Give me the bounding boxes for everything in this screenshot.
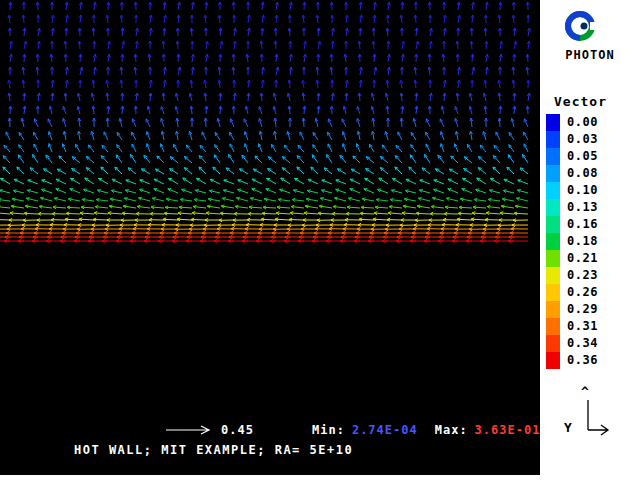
legend-entry: 0.10 xyxy=(546,182,598,199)
scale-value: 0.45 xyxy=(221,423,254,437)
legend-swatch xyxy=(546,250,560,267)
vector-row xyxy=(8,28,530,36)
max-value: 3.63E-01 xyxy=(475,423,541,437)
y-axis-icon xyxy=(580,398,616,440)
vector-row xyxy=(0,223,528,226)
vector-row xyxy=(1,178,529,184)
legend-entry: 0.00 xyxy=(546,114,598,131)
photon-logo-icon xyxy=(562,8,598,46)
vector-row xyxy=(8,118,528,127)
legend-value: 0.08 xyxy=(567,165,598,182)
vector-row xyxy=(4,144,528,152)
vector-row xyxy=(9,2,530,10)
legend-value: 0.23 xyxy=(567,267,598,284)
legend-entry: 0.31 xyxy=(546,318,598,335)
legend-entry: 0.05 xyxy=(546,148,598,165)
legend-swatch xyxy=(546,216,560,233)
legend-value: 0.03 xyxy=(567,131,598,148)
legend-entry: 0.29 xyxy=(546,301,598,318)
vector-row xyxy=(3,167,528,174)
legend-value: 0.10 xyxy=(567,182,598,199)
legend-value: 0.18 xyxy=(567,233,598,250)
legend-value: 0.36 xyxy=(567,352,598,369)
plot-caption: HOT WALL; MIT EXAMPLE; RA= 5E+10 xyxy=(74,443,353,457)
legend-value: 0.00 xyxy=(567,114,598,131)
legend-swatch xyxy=(546,335,560,352)
vector-row xyxy=(0,212,528,216)
legend-colorbar: 0.000.030.050.080.100.130.160.180.210.23… xyxy=(546,114,598,369)
legend-value: 0.31 xyxy=(567,318,598,335)
vector-row xyxy=(0,205,528,209)
vector-row xyxy=(0,232,528,235)
min-label: Min: xyxy=(312,423,345,437)
legend-value: 0.29 xyxy=(567,301,598,318)
legend-swatch xyxy=(546,182,560,199)
vector-row xyxy=(8,15,530,23)
legend-entry: 0.36 xyxy=(546,352,598,369)
legend-entry: 0.21 xyxy=(546,250,598,267)
legend-swatch xyxy=(546,233,560,250)
legend-entry: 0.16 xyxy=(546,216,598,233)
legend-title: Vector xyxy=(554,94,607,109)
min-value: 2.74E-04 xyxy=(352,423,418,437)
legend-swatch xyxy=(546,352,560,369)
vector-row xyxy=(6,131,528,140)
legend-value: 0.34 xyxy=(567,335,598,352)
legend-value: 0.21 xyxy=(567,250,598,267)
axis-up-caret-icon: ^ xyxy=(581,384,589,399)
vector-row xyxy=(0,240,528,243)
legend-value: 0.16 xyxy=(567,216,598,233)
scale-arrow-icon xyxy=(166,425,216,435)
legend-swatch xyxy=(546,301,560,318)
vector-row xyxy=(0,218,528,222)
vector-field-plot xyxy=(0,0,540,474)
logo-label: PHOTON xyxy=(540,48,640,62)
legend-swatch xyxy=(546,284,560,301)
legend-entry: 0.13 xyxy=(546,199,598,216)
legend-swatch xyxy=(546,131,560,148)
legend-entry: 0.23 xyxy=(546,267,598,284)
legend-swatch xyxy=(546,318,560,335)
vector-row xyxy=(0,197,528,201)
vector-row xyxy=(0,189,528,193)
legend-value: 0.13 xyxy=(567,199,598,216)
vector-row xyxy=(8,93,530,101)
legend-value: 0.05 xyxy=(567,148,598,165)
legend-value: 0.26 xyxy=(567,284,598,301)
minmax-readout: Min: 2.74E-04 Max: 3.63E-01 xyxy=(312,423,540,437)
vector-row xyxy=(9,41,530,49)
vector-row xyxy=(9,54,529,62)
vector-row xyxy=(3,155,528,163)
legend-entry: 0.08 xyxy=(546,165,598,182)
vector-row xyxy=(9,67,530,75)
vector-row xyxy=(0,227,528,231)
legend-swatch xyxy=(546,165,560,182)
scale-reference: 0.45 xyxy=(166,423,254,437)
legend-swatch xyxy=(546,267,560,284)
legend-swatch xyxy=(546,114,560,131)
legend-entry: 0.34 xyxy=(546,335,598,352)
vector-row xyxy=(8,80,530,88)
legend-swatch xyxy=(546,199,560,216)
legend-entry: 0.03 xyxy=(546,131,598,148)
photon-window: 0.45 Min: 2.74E-04 Max: 3.63E-01 HOT WAL… xyxy=(0,0,640,480)
legend-entry: 0.26 xyxy=(546,284,598,301)
vector-row xyxy=(0,236,528,239)
legend-panel: PHOTON Vector 0.000.030.050.080.100.130.… xyxy=(540,0,640,480)
axis-label: Y xyxy=(564,420,572,435)
vector-row xyxy=(9,106,529,114)
max-label: Max: xyxy=(435,423,468,437)
bottom-border xyxy=(0,475,640,480)
legend-entry: 0.18 xyxy=(546,233,598,250)
legend-swatch xyxy=(546,148,560,165)
